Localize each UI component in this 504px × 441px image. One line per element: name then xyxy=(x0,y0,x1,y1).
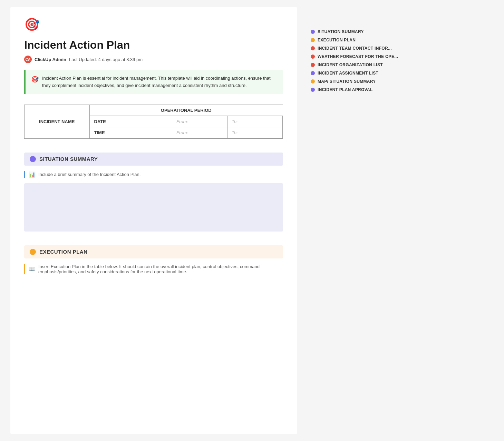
nav-label-situation: SITUATION SUMMARY xyxy=(318,29,364,34)
time-from[interactable]: From: xyxy=(176,130,188,135)
author-avatar: CA xyxy=(24,56,32,63)
situation-summary-hint: 📊 Include a brief summary of the Inciden… xyxy=(24,171,283,178)
callout-icon: 🎯 xyxy=(31,76,39,83)
nav-dot-map xyxy=(311,79,315,84)
nav-label-weather: WEATHER FORECAST FOR THE OPE... xyxy=(318,54,398,59)
sidebar: SITUATION SUMMARY EXECUTION PLAN INCIDEN… xyxy=(311,7,421,434)
situation-hint-text: Include a brief summary of the Incident … xyxy=(38,172,140,177)
time-to[interactable]: To: xyxy=(232,130,238,135)
sidebar-item-assignment-list[interactable]: INCIDENT ASSIGNMENT LIST xyxy=(311,69,421,77)
execution-plan-header: EXECUTION PLAN xyxy=(24,245,283,258)
app-logo-icon: 🎯 xyxy=(24,17,40,31)
execution-plan-dot xyxy=(30,249,36,255)
time-label: TIME xyxy=(94,130,105,135)
nav-label-org-list: INCIDENT ORGANIZATION LIST xyxy=(318,62,383,67)
incident-name-header: INCIDENT NAME xyxy=(25,105,90,138)
last-updated: Last Updated: 4 days ago at 8:39 pm xyxy=(69,57,143,62)
execution-hint-text: Insert Execution Plan in the table below… xyxy=(38,264,283,274)
date-label: DATE xyxy=(94,119,106,124)
nav-dot-weather xyxy=(311,55,315,59)
operational-period-header: OPERATIONAL PERIOD xyxy=(89,105,283,116)
main-content: 🎯 Incident Action Plan CA ClickUp Admin … xyxy=(10,7,297,434)
callout-box: 🎯 Incident Action Plan is essential for … xyxy=(24,70,283,94)
nav-dot-situation xyxy=(311,30,315,34)
callout-text: Incident Action Plan is essential for in… xyxy=(42,75,278,89)
nav-label-approval: INCIDENT PLAN APROVAL xyxy=(318,87,373,92)
situation-hint-icon: 📊 xyxy=(29,171,36,178)
page-title: Incident Action Plan xyxy=(24,39,283,51)
sidebar-item-plan-approval[interactable]: INCIDENT PLAN APROVAL xyxy=(311,86,421,94)
sidebar-item-org-list[interactable]: INCIDENT ORGANIZATION LIST xyxy=(311,61,421,69)
situation-summary-title: SITUATION SUMMARY xyxy=(39,156,98,162)
page-wrapper: 🎯 Incident Action Plan CA ClickUp Admin … xyxy=(0,0,504,441)
author-line: CA ClickUp Admin Last Updated: 4 days ag… xyxy=(24,56,283,63)
author-name: ClickUp Admin xyxy=(35,57,66,62)
nav-dot-execution xyxy=(311,38,315,42)
logo-area: 🎯 xyxy=(24,17,283,32)
sidebar-item-map-summary[interactable]: MAP/ SITUATION SUMMARY xyxy=(311,77,421,86)
nav-dot-assignment xyxy=(311,71,315,75)
nav-dot-approval xyxy=(311,88,315,92)
date-row: DATE From: To: xyxy=(89,116,283,138)
nav-dot-team-contact xyxy=(311,46,315,50)
nav-label-team-contact: INCIDENT TEAM CONTACT INFOR... xyxy=(318,46,392,51)
situation-summary-content-box[interactable] xyxy=(24,183,283,232)
sidebar-item-team-contact[interactable]: INCIDENT TEAM CONTACT INFOR... xyxy=(311,44,421,52)
sidebar-item-situation-summary[interactable]: SITUATION SUMMARY xyxy=(311,28,421,36)
execution-plan-title: EXECUTION PLAN xyxy=(39,249,88,255)
nav-dot-org-list xyxy=(311,63,315,67)
execution-hint-icon: 📖 xyxy=(29,266,36,272)
nav-label-map: MAP/ SITUATION SUMMARY xyxy=(318,79,376,84)
date-to[interactable]: To: xyxy=(232,119,238,124)
sidebar-nav: SITUATION SUMMARY EXECUTION PLAN INCIDEN… xyxy=(311,28,421,94)
incident-info-table: INCIDENT NAME OPERATIONAL PERIOD DATE Fr… xyxy=(24,105,283,139)
execution-plan-hint: 📖 Insert Execution Plan in the table bel… xyxy=(24,264,283,274)
nav-label-assignment: INCIDENT ASSIGNMENT LIST xyxy=(318,71,378,76)
sidebar-item-weather-forecast[interactable]: WEATHER FORECAST FOR THE OPE... xyxy=(311,52,421,61)
sidebar-item-execution-plan[interactable]: EXECUTION PLAN xyxy=(311,36,421,44)
situation-summary-section: SITUATION SUMMARY 📊 Include a brief summ… xyxy=(24,153,283,232)
situation-summary-header: SITUATION SUMMARY xyxy=(24,153,283,166)
date-from[interactable]: From: xyxy=(176,119,188,124)
nav-label-execution: EXECUTION PLAN xyxy=(318,38,356,42)
execution-plan-section: EXECUTION PLAN 📖 Insert Execution Plan i… xyxy=(24,245,283,274)
situation-summary-dot xyxy=(30,156,36,162)
